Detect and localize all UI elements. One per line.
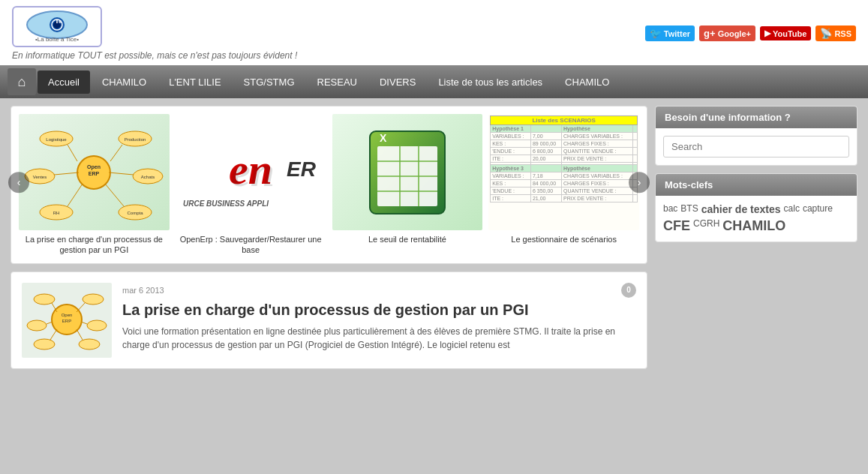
nav-item-accueil[interactable]: Accueil [38,70,90,94]
search-input[interactable] [663,136,849,158]
article-section: Open ERP [11,272,647,369]
comment-badge: 0 [621,283,636,298]
carousel-caption-pgi: La prise en charge d'un processus de ges… [19,234,170,256]
sidebar-info-box: Besoin d'une information ? [655,106,857,166]
carousel-caption-excel: Le seuil de rentabilité [332,234,483,244]
twitter-icon: 🐦 [650,28,662,39]
tag-cahier[interactable]: cahier de textes [701,203,781,215]
svg-text:Compta: Compta [128,211,144,215]
nav-home-button[interactable]: ⌂ [8,68,36,95]
svg-line-27 [105,184,124,206]
svg-line-26 [68,184,83,206]
tag-capture[interactable]: capture [803,203,833,215]
svg-point-47 [87,320,107,331]
svg-text:ERP: ERP [62,319,71,323]
tagline: En informatique TOUT est possible, mais … [12,50,297,61]
nav-item-articles[interactable]: Liste de tous les articles [428,70,553,94]
carousel-next-button[interactable]: › [629,172,650,193]
nav-item-stg[interactable]: STG/STMG [233,70,305,94]
google-button[interactable]: g+ Google+ [699,26,755,41]
nav-item-lent[interactable]: L'ENT LILIE [158,70,231,94]
carousel-image-erp: en en ER URCE BUSINESS APPLI [176,114,326,230]
sidebar: Besoin d'une information ? Mots-clefs ba… [655,106,857,369]
header: •La boîte à Tice• En informatique TOUT e… [0,0,868,65]
carousel-item-scenarios[interactable]: Liste des SCENARIOS Hypothèse 1Hypothèse… [488,114,639,256]
svg-text:Open: Open [87,164,101,170]
tag-calc[interactable]: calc [784,203,800,215]
carousel-item-excel[interactable]: X Le seuil de rentabilité [332,114,483,256]
svg-text:RH: RH [53,211,60,215]
carousel-items: Open ERP Logistique Production Ventes Ac… [19,114,639,256]
nav-item-reseau[interactable]: RESEAU [307,70,368,94]
logo-area: •La boîte à Tice• En informatique TOUT e… [12,6,297,61]
article-date: mar 6 2013 [122,286,164,295]
nav-item-chamilo2[interactable]: CHAMILO [554,70,620,94]
rss-icon: 📡 [820,28,832,39]
sidebar-info-content [656,128,857,165]
svg-text:X: X [380,132,387,144]
youtube-label: YouTube [773,29,806,38]
social-bar: 🐦 Twitter g+ Google+ ▶ YouTube 📡 RSS [645,26,856,41]
nav-item-divers[interactable]: DIVERS [369,70,426,94]
carousel-caption-erp: OpenErp : Sauvegarder/Restaurer une base [176,234,326,256]
carousel-item-erp[interactable]: en en ER URCE BUSINESS APPLI OpenErp : S… [176,114,326,256]
article-excerpt: Voici une formation présentation en lign… [122,325,636,352]
carousel-image-scenarios: Liste des SCENARIOS Hypothèse 1Hypothèse… [488,114,639,230]
tags-area: bac BTS cahier de textes calc capture CF… [656,196,857,242]
article-meta: mar 6 2013 0 [122,283,636,298]
svg-line-24 [54,172,79,175]
carousel-prev-button[interactable]: ‹ [8,172,29,193]
rss-label: RSS [834,29,851,38]
svg-point-46 [27,320,47,331]
svg-text:ER: ER [287,158,317,181]
carousel: ‹ Open ERP Logistique [11,106,647,264]
tag-chamilo[interactable]: CHAMILO [722,218,785,234]
article-item: Open ERP [22,283,636,358]
svg-point-49 [79,339,100,350]
content-area: ‹ Open ERP Logistique [11,106,647,369]
svg-line-55 [77,329,83,340]
tag-cgrh[interactable]: CGRH [693,218,719,234]
svg-line-23 [110,145,122,161]
svg-line-51 [77,303,85,312]
rss-button[interactable]: 📡 RSS [815,26,856,41]
twitter-button[interactable]: 🐦 Twitter [645,26,695,41]
youtube-button[interactable]: ▶ YouTube [760,26,811,40]
sidebar-tags-title: Mots-clefs [656,174,857,196]
nav-item-chamilo1[interactable]: CHAMILO [92,70,157,94]
svg-text:en: en [231,147,275,196]
svg-text:Open: Open [62,313,73,317]
svg-line-22 [68,145,77,161]
home-icon: ⌂ [18,74,26,90]
svg-line-25 [109,172,134,175]
youtube-icon: ▶ [764,28,770,38]
tag-bts[interactable]: BTS [680,203,698,215]
carousel-item-pgi[interactable]: Open ERP Logistique Production Ventes Ac… [19,114,170,256]
svg-text:URCE BUSINESS APPLI: URCE BUSINESS APPLI [183,200,269,208]
tag-bac[interactable]: bac [663,203,677,215]
twitter-label: Twitter [664,29,690,38]
main-content: ‹ Open ERP Logistique [0,98,868,376]
svg-text:Production: Production [125,137,146,142]
svg-text:Achats: Achats [141,175,155,179]
svg-point-44 [34,294,55,304]
google-label: Google+ [718,29,751,38]
svg-line-54 [50,329,57,340]
article-body: mar 6 2013 0 La prise en charge d'un pro… [122,283,636,358]
svg-text:•La boîte à Tice•: •La boîte à Tice• [35,36,79,43]
svg-point-48 [34,339,55,350]
navbar: ⌂ Accueil CHAMILO L'ENT LILIE STG/STMG R… [0,65,868,98]
sidebar-tags-box: Mots-clefs bac BTS cahier de textes calc… [655,173,857,242]
tag-cfe[interactable]: CFE [663,218,690,234]
svg-point-45 [83,294,104,304]
google-icon: g+ [704,28,716,39]
article-thumbnail[interactable]: Open ERP [22,283,112,358]
sidebar-info-title: Besoin d'une information ? [656,106,857,128]
carousel-image-pgi: Open ERP Logistique Production Ventes Ac… [19,114,170,230]
svg-text:Ventes: Ventes [33,175,47,179]
logo-image[interactable]: •La boîte à Tice• [12,6,102,47]
carousel-image-excel: X [332,114,483,230]
article-title[interactable]: La prise en charge d'un processus de ges… [122,301,636,319]
carousel-caption-scenarios: Le gestionnaire de scénarios [488,234,639,244]
svg-text:ERP: ERP [89,171,100,176]
